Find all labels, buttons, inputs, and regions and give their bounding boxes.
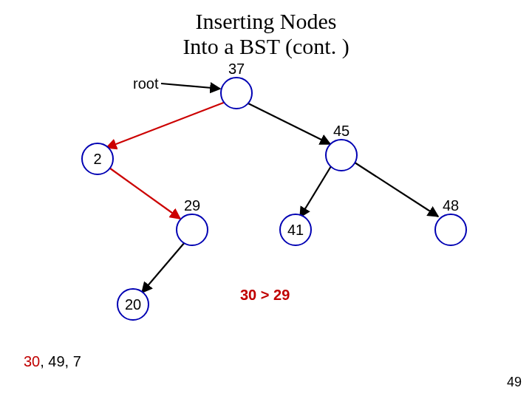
node-value: 2 xyxy=(93,151,101,168)
insert-queue-current: 30 xyxy=(24,353,40,369)
node-value: 20 xyxy=(125,296,141,313)
node-value: 48 xyxy=(443,197,459,214)
tree-node-48: 48 xyxy=(434,214,467,246)
tree-node-41: 41 xyxy=(279,214,312,246)
tree-node-20: 20 xyxy=(117,288,149,321)
svg-line-2 xyxy=(248,103,330,144)
comparison-annotation: 30 > 29 xyxy=(240,287,290,304)
slide-title-line2: Into a BST (cont. ) xyxy=(0,34,532,60)
slide-number: 49 xyxy=(507,375,522,390)
slide-title-line1: Inserting Nodes xyxy=(0,9,532,35)
insert-queue-rest: , 49, 7 xyxy=(40,353,81,369)
tree-node-45: 45 xyxy=(325,139,358,171)
svg-line-1 xyxy=(106,102,225,148)
node-value: 41 xyxy=(287,222,304,239)
svg-line-5 xyxy=(352,161,438,216)
svg-line-4 xyxy=(300,166,331,217)
node-value: 37 xyxy=(228,61,245,78)
node-value: 29 xyxy=(184,197,200,214)
svg-line-6 xyxy=(142,242,185,293)
root-label: root xyxy=(133,75,158,92)
svg-line-0 xyxy=(161,83,220,89)
tree-node-29: 29 xyxy=(176,214,208,246)
tree-node-2: 2 xyxy=(81,143,114,175)
node-value: 45 xyxy=(333,123,349,140)
svg-line-3 xyxy=(107,166,180,219)
tree-node-37: 37 xyxy=(220,77,253,109)
insert-queue: 30, 49, 7 xyxy=(24,353,81,370)
